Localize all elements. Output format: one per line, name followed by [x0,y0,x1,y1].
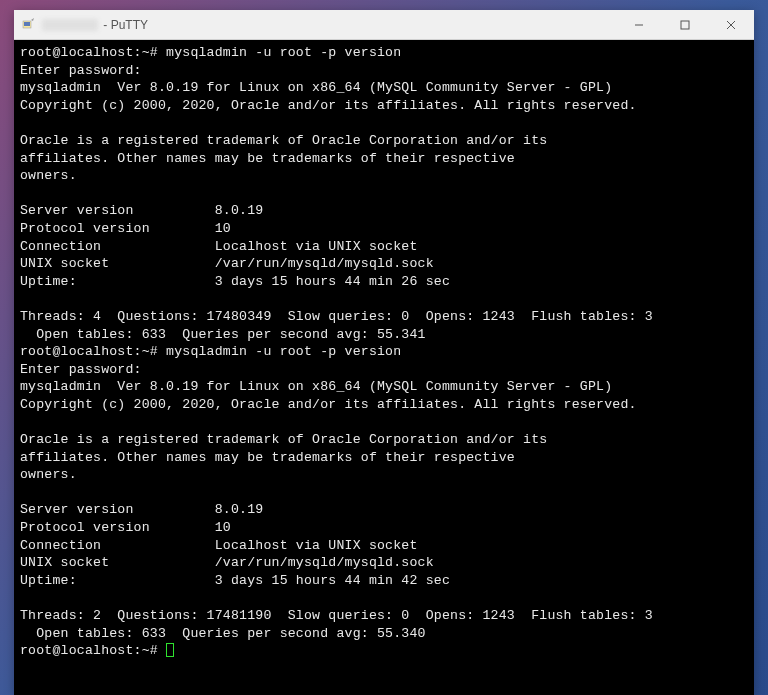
titlebar-left: - PuTTY [14,17,148,33]
output-line: Connection Localhost via UNIX socket [20,239,418,254]
output-line: Protocol version 10 [20,520,231,535]
output-line: Server version 8.0.19 [20,502,263,517]
output-line: Oracle is a registered trademark of Orac… [20,432,547,447]
window-controls [616,10,754,39]
output-line: mysqladmin Ver 8.0.19 for Linux on x86_6… [20,379,612,394]
output-line: mysqladmin Ver 8.0.19 for Linux on x86_6… [20,80,612,95]
output-line: affiliates. Other names may be trademark… [20,151,515,166]
output-line: root@localhost:~# mysqladmin -u root -p … [20,344,401,359]
shell-prompt: root@localhost:~# [20,643,166,658]
window-title: - PuTTY [42,18,148,32]
putty-window: - PuTTY root@localhost:~# mysqladmin -u … [14,10,754,695]
output-line: UNIX socket /var/run/mysqld/mysqld.sock [20,555,434,570]
output-line: Protocol version 10 [20,221,231,236]
output-line: Oracle is a registered trademark of Orac… [20,133,547,148]
close-button[interactable] [708,10,754,39]
output-line: Uptime: 3 days 15 hours 44 min 42 sec [20,573,450,588]
output-line: Open tables: 633 Queries per second avg:… [20,327,426,342]
output-line: owners. [20,168,77,183]
terminal-cursor [166,643,174,657]
output-line: UNIX socket /var/run/mysqld/mysqld.sock [20,256,434,271]
output-line: Threads: 2 Questions: 17481190 Slow quer… [20,608,653,623]
output-line: Server version 8.0.19 [20,203,263,218]
svg-rect-1 [24,22,30,26]
output-line: Enter password: [20,362,142,377]
output-line: Copyright (c) 2000, 2020, Oracle and/or … [20,397,637,412]
output-line: Open tables: 633 Queries per second avg:… [20,626,426,641]
output-line: root@localhost:~# mysqladmin -u root -p … [20,45,401,60]
output-line: Copyright (c) 2000, 2020, Oracle and/or … [20,98,637,113]
output-line: affiliates. Other names may be trademark… [20,450,515,465]
output-line: Connection Localhost via UNIX socket [20,538,418,553]
output-line: Threads: 4 Questions: 17480349 Slow quer… [20,309,653,324]
svg-rect-3 [681,21,689,29]
window-titlebar[interactable]: - PuTTY [14,10,754,40]
output-line: owners. [20,467,77,482]
terminal-output[interactable]: root@localhost:~# mysqladmin -u root -p … [14,40,754,695]
redacted-host [42,19,98,31]
putty-icon [20,17,36,33]
output-line: Enter password: [20,63,142,78]
minimize-button[interactable] [616,10,662,39]
maximize-button[interactable] [662,10,708,39]
output-line: Uptime: 3 days 15 hours 44 min 26 sec [20,274,450,289]
